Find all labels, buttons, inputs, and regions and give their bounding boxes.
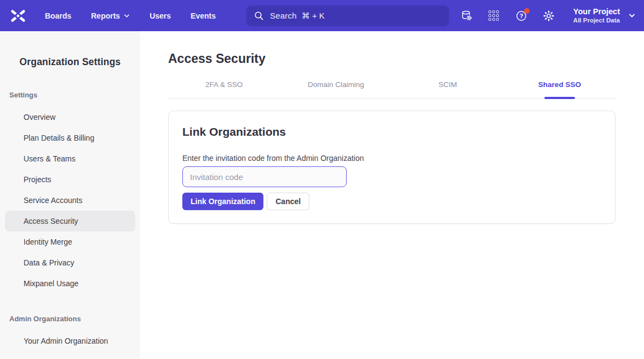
settings-gear-icon (543, 10, 555, 22)
link-organizations-card: Link Organizations Enter the invitation … (168, 111, 616, 224)
sidebar-item-label: Overview (24, 113, 55, 121)
data-management-icon (461, 10, 473, 22)
apps-menu-button[interactable] (488, 10, 500, 22)
sidebar-admin-list: Your Admin Organization (0, 331, 140, 351)
active-tab-underline (544, 97, 575, 99)
search-placeholder: Search (270, 11, 297, 20)
sidebar-item-access-security[interactable]: Access Security (5, 211, 135, 231)
main-content: Access Security 2FA & SSO Domain Claimin… (140, 31, 644, 359)
nav-item-events[interactable]: Events (191, 11, 216, 20)
cancel-button[interactable]: Cancel (267, 193, 309, 210)
sidebar-item-users-teams[interactable]: Users & Teams (5, 148, 135, 169)
chevron-down-icon (124, 14, 130, 18)
sidebar-section-admin-label: Admin Organizations (9, 315, 140, 323)
sidebar-item-label: Identity Merge (24, 238, 72, 246)
sidebar-item-label: Plan Details & Billing (24, 134, 94, 142)
sidebar-section-settings-label: Settings (9, 91, 140, 99)
notification-dot (524, 8, 530, 14)
sidebar-item-projects[interactable]: Projects (5, 169, 135, 190)
search-icon (254, 11, 264, 21)
nav-item-label: Events (191, 11, 216, 20)
tab-2fa-sso[interactable]: 2FA & SSO (168, 80, 280, 98)
sidebar-item-label: Projects (24, 175, 51, 184)
sidebar-item-label: Users & Teams (24, 154, 76, 163)
primary-nav: Boards Reports Users Events (45, 11, 216, 20)
sidebar-item-label: Service Accounts (24, 196, 82, 205)
nav-item-label: Boards (45, 11, 71, 20)
sidebar-item-service-accounts[interactable]: Service Accounts (5, 190, 135, 211)
sidebar-item-mixpanel-usage[interactable]: Mixpanel Usage (5, 273, 135, 294)
mixpanel-logo-icon (10, 8, 26, 24)
invitation-code-input[interactable] (182, 166, 347, 187)
sidebar-item-your-admin-organization[interactable]: Your Admin Organization (5, 331, 135, 351)
tab-scim[interactable]: SCIM (392, 80, 504, 98)
data-management-button[interactable] (461, 10, 473, 22)
top-navbar: Boards Reports Users Events Search ⌘ + K (0, 0, 644, 31)
project-name: Your Project (573, 7, 620, 17)
card-button-row: Link Organization Cancel (182, 193, 601, 210)
tab-label: Domain Claiming (308, 80, 364, 89)
mixpanel-logo[interactable] (10, 8, 26, 24)
org-settings-sidebar: Organization Settings Settings Overview … (0, 31, 140, 359)
project-selector-text: Your Project All Project Data (573, 7, 620, 25)
invitation-code-label: Enter the invitation code from the Admin… (182, 154, 601, 163)
tab-label: Shared SSO (538, 80, 581, 89)
access-security-tabs: 2FA & SSO Domain Claiming SCIM Shared SS… (168, 80, 616, 99)
sidebar-item-data-privacy[interactable]: Data & Privacy (5, 252, 135, 273)
nav-item-label: Users (150, 11, 171, 20)
tab-domain-claiming[interactable]: Domain Claiming (280, 80, 392, 98)
svg-text:?: ? (519, 13, 523, 19)
nav-item-label: Reports (91, 11, 120, 20)
sidebar-item-label: Mixpanel Usage (24, 279, 78, 288)
sidebar-item-plan-details-billing[interactable]: Plan Details & Billing (5, 128, 135, 148)
search-shortcut: ⌘ + K (302, 11, 325, 21)
sidebar-settings-list: Overview Plan Details & Billing Users & … (0, 107, 140, 294)
tab-label: 2FA & SSO (205, 80, 243, 89)
project-selector[interactable]: Your Project All Project Data (573, 7, 635, 25)
sidebar-item-label: Access Security (24, 217, 78, 225)
apps-grid-icon (488, 10, 499, 21)
help-button[interactable]: ? (515, 10, 527, 22)
sidebar-title: Organization Settings (0, 56, 140, 68)
page-title: Access Security (168, 51, 616, 66)
project-subtitle: All Project Data (573, 16, 620, 25)
nav-item-users[interactable]: Users (150, 11, 171, 20)
nav-item-boards[interactable]: Boards (45, 11, 71, 20)
nav-item-reports[interactable]: Reports (91, 11, 130, 20)
navbar-right-controls: ? Your Project All Project Data (461, 7, 635, 25)
sidebar-item-overview[interactable]: Overview (5, 107, 135, 128)
link-organization-button[interactable]: Link Organization (182, 193, 263, 210)
chevron-down-icon (629, 13, 635, 18)
card-title: Link Organizations (182, 125, 601, 138)
tab-shared-sso[interactable]: Shared SSO (504, 80, 616, 98)
sidebar-item-label: Your Admin Organization (24, 337, 108, 345)
sidebar-item-label: Data & Privacy (24, 258, 74, 267)
tab-label: SCIM (439, 80, 457, 89)
settings-button[interactable] (543, 10, 555, 22)
sidebar-item-identity-merge[interactable]: Identity Merge (5, 231, 135, 252)
global-search-input[interactable]: Search ⌘ + K (246, 5, 449, 26)
